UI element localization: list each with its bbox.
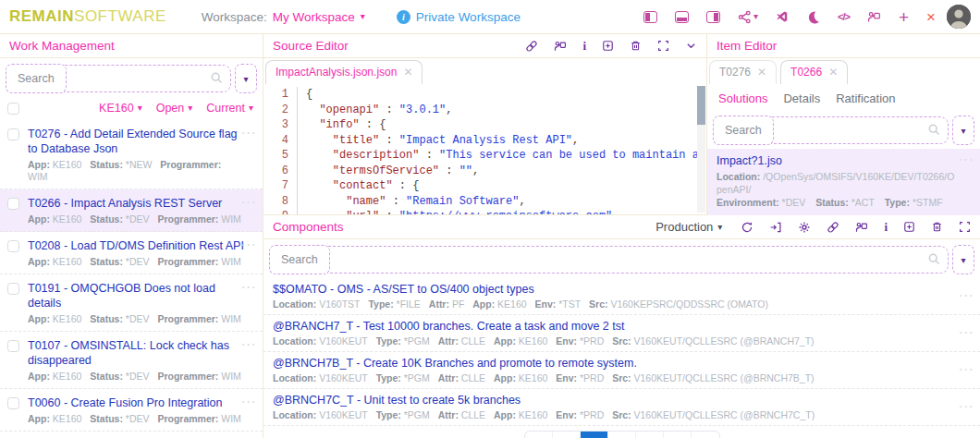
page-button-1[interactable]: 1 — [581, 432, 608, 438]
task-title[interactable]: T0107 - OMSINSTALL: Lock check has disap… — [28, 338, 248, 368]
close-tab-icon[interactable]: ✕ — [757, 67, 766, 78]
row-menu-icon[interactable]: ··· — [242, 338, 258, 351]
link-icon[interactable] — [525, 40, 538, 53]
task-checkbox[interactable] — [7, 128, 19, 140]
environment-dropdown[interactable]: Production ▾ — [655, 220, 722, 234]
component-row[interactable]: @BRNCH7C_T - Unit test to create 5k bran… — [263, 389, 980, 426]
caret-down-icon[interactable]: ▾ — [361, 12, 365, 21]
vscode-icon[interactable] — [776, 10, 789, 23]
page-prev-button[interactable]: « — [553, 432, 581, 438]
solution-name[interactable]: Impact?1.jso — [717, 154, 956, 167]
task-list-item[interactable]: T0276 - Add Detail Extended Source flag … — [0, 120, 263, 189]
task-checkbox[interactable] — [7, 198, 19, 210]
collapse-panel-icon[interactable] — [685, 40, 697, 52]
add-item-icon[interactable] — [903, 221, 915, 233]
row-menu-icon[interactable]: ··· — [242, 281, 258, 294]
check-in-out-icon[interactable] — [867, 10, 881, 24]
maximize-icon[interactable] — [657, 40, 669, 52]
task-checkbox[interactable] — [7, 283, 19, 295]
delete-icon[interactable] — [630, 40, 642, 52]
search-options-button[interactable]: ▾ — [235, 64, 257, 93]
task-list-item[interactable]: T0107 - OMSINSTALL: Lock check has disap… — [0, 332, 263, 389]
component-title[interactable]: $$OMATO - OMS - AS/SET to OS/400 object … — [273, 282, 952, 297]
task-checkbox[interactable] — [7, 240, 19, 252]
info-icon[interactable]: i — [884, 221, 888, 233]
task-checkbox[interactable] — [7, 397, 19, 409]
refresh-icon[interactable] — [741, 221, 753, 234]
close-tab-icon[interactable]: ✕ — [403, 67, 412, 78]
component-row[interactable]: @BRNCH7B_T - Create 10K Branches and pro… — [263, 352, 980, 389]
filter-scope-dropdown[interactable]: Current▾ — [206, 102, 253, 115]
user-avatar[interactable] — [947, 5, 971, 29]
page-next-button[interactable]: » — [664, 432, 692, 438]
toggle-bottom-panel-icon[interactable] — [675, 11, 689, 23]
component-row[interactable]: $$OMATO - OMS - AS/SET to OS/400 object … — [263, 278, 980, 315]
tab-impactanalysis-json[interactable]: ImpactAnalysis.json.json ✕ — [265, 60, 423, 84]
page-button-2[interactable]: 2 — [608, 432, 636, 438]
code-editor[interactable]: 1{ 2 "openapi" : "3.0.1", 3 "info" : { 4… — [263, 84, 706, 214]
filter-application-dropdown[interactable]: KE160▾ — [99, 102, 142, 115]
row-menu-icon[interactable]: ··· — [960, 289, 975, 302]
maximize-icon[interactable] — [959, 221, 971, 233]
task-title[interactable]: T0191 - OMQCHGOB Does not load details — [28, 281, 248, 310]
task-list-item-selected[interactable]: T0266 - Impact Analysis REST Server App:… — [0, 189, 263, 232]
row-menu-icon[interactable]: ··· — [960, 153, 975, 166]
info-icon[interactable]: i — [582, 40, 586, 52]
add-item-icon[interactable] — [602, 40, 614, 52]
task-list-item[interactable]: T0191 - OMQCHGOB Does not load details A… — [0, 274, 263, 332]
toggle-left-panel-icon[interactable] — [643, 11, 657, 23]
workspace-value[interactable]: My Workspace — [273, 10, 355, 24]
settings-icon[interactable] — [798, 221, 811, 234]
select-all-checkbox[interactable] — [7, 103, 19, 115]
component-row[interactable]: @BRANCH7_T - Test 10000 branches. Create… — [263, 315, 980, 352]
search-options-button[interactable]: ▾ — [952, 245, 974, 274]
task-title[interactable]: T0208 - Load TD/OMS Definition Rest API — [28, 238, 248, 253]
toggle-right-panel-icon[interactable] — [706, 11, 720, 23]
task-list-item[interactable]: T0060 - Create Fusion Pro Integration Ap… — [0, 389, 263, 432]
close-icon[interactable]: × — [926, 9, 936, 25]
add-tab-icon[interactable]: + — [899, 8, 909, 26]
private-workspace-indicator[interactable]: i Private Workspace — [397, 10, 521, 24]
page-first-button[interactable]: ⋘ — [525, 432, 553, 438]
delete-icon[interactable] — [931, 221, 943, 233]
check-in-out-icon[interactable] — [855, 221, 868, 234]
check-in-out-icon[interactable] — [554, 40, 567, 53]
tab-t0276[interactable]: T0276 ✕ — [709, 60, 777, 84]
subtab-details[interactable]: Details — [783, 91, 820, 105]
row-menu-icon[interactable]: ··· — [960, 363, 975, 376]
component-title[interactable]: @BRNCH7B_T - Create 10K Branches and pro… — [273, 356, 952, 371]
tab-t0266[interactable]: T0266 ✕ — [780, 60, 848, 84]
share-icon[interactable]: ▾ — [738, 10, 758, 24]
search-input[interactable] — [269, 246, 949, 274]
task-title[interactable]: T0276 - Add Detail Extended Source flag … — [28, 127, 248, 156]
code-icon[interactable]: </> — [838, 11, 850, 22]
row-menu-icon[interactable]: ··· — [242, 196, 258, 209]
row-menu-icon[interactable]: ··· — [242, 395, 258, 408]
row-menu-icon[interactable]: ··· — [242, 238, 258, 251]
row-menu-icon[interactable]: ··· — [960, 400, 975, 413]
dark-mode-icon[interactable] — [806, 10, 820, 24]
search-label-chip[interactable]: Search — [713, 116, 774, 145]
close-tab-icon[interactable]: ✕ — [828, 67, 838, 78]
editor-scrollbar[interactable] — [697, 86, 705, 213]
component-title[interactable]: @BRNCH7C_T - Unit test to create 5k bran… — [273, 393, 952, 408]
workspace-selector[interactable]: Workspace: My Workspace ▾ — [202, 10, 365, 24]
scrollbar-thumb[interactable] — [697, 86, 705, 125]
link-icon[interactable] — [827, 221, 839, 234]
page-last-button[interactable]: ⋙ — [692, 432, 719, 438]
task-title[interactable]: T0060 - Create Fusion Pro Integration — [28, 395, 248, 410]
task-checkbox[interactable] — [7, 340, 19, 352]
check-in-icon[interactable] — [769, 221, 782, 234]
solution-list-item-selected[interactable]: Impact?1.jso Location: /QOpenSys/OMSIFS/… — [707, 149, 980, 216]
task-list-item[interactable]: T0208 - Load TD/OMS Definition Rest API … — [0, 232, 263, 274]
private-workspace-label[interactable]: Private Workspace — [416, 10, 521, 24]
component-title[interactable]: @BRANCH7_T - Test 10000 branches. Create… — [273, 319, 952, 334]
row-menu-icon[interactable]: ··· — [960, 326, 975, 339]
task-title[interactable]: T0266 - Impact Analysis REST Server — [28, 196, 248, 211]
search-label-chip[interactable]: Search — [6, 64, 67, 93]
filter-status-dropdown[interactable]: Open▾ — [156, 102, 193, 115]
row-menu-icon[interactable]: ··· — [242, 127, 258, 140]
page-button-3[interactable]: 3 — [636, 432, 664, 438]
subtab-ratification[interactable]: Ratification — [836, 91, 895, 105]
subtab-solutions[interactable]: Solutions — [718, 91, 767, 105]
